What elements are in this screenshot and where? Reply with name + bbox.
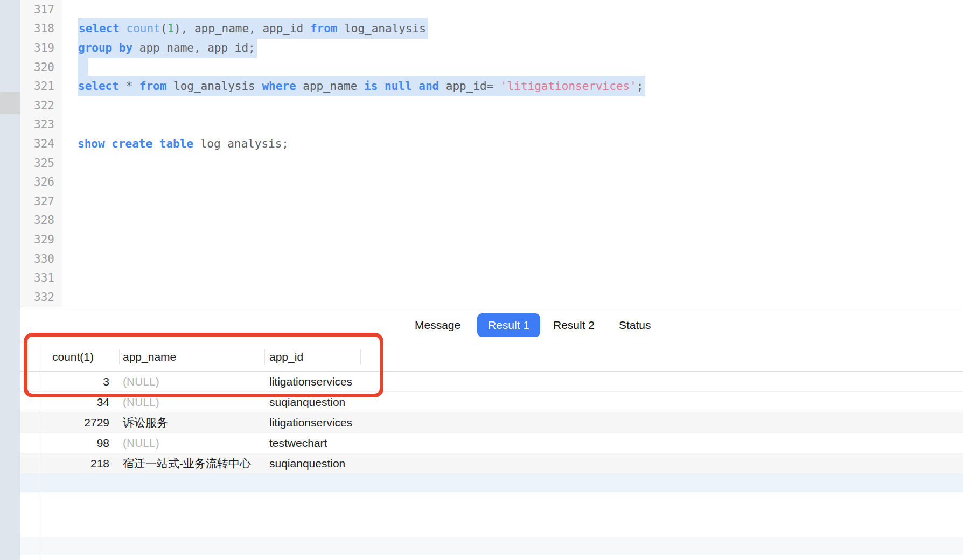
token-pl: log_analysis (166, 80, 262, 93)
scrollbar-thumb[interactable] (0, 92, 20, 114)
token-pl: log_analysis (338, 22, 426, 35)
table-row[interactable]: 3(NULL)litigationservices (20, 372, 963, 392)
token-fn: count (127, 22, 160, 35)
token-kw: group by (78, 41, 132, 54)
code-text (62, 249, 78, 269)
editor-line-319[interactable]: 319group by app_name, app_id; (20, 38, 963, 58)
token-pl: ( (160, 22, 168, 35)
tab-result-2[interactable]: Result 2 (553, 307, 595, 342)
editor-line-324[interactable]: 324show create table log_analysis; (20, 134, 963, 153)
code-text: show create table log_analysis; (62, 134, 289, 153)
line-number: 329 (20, 230, 62, 249)
line-number: 324 (20, 134, 62, 153)
editor-line-329[interactable]: 329 (20, 230, 963, 249)
token-pl: log_analysis; (193, 137, 289, 150)
line-number: 320 (20, 58, 62, 77)
tab-result-1-active[interactable]: Result 1 (477, 313, 540, 337)
line-number: 328 (20, 211, 62, 230)
editor-line-332[interactable]: 332 (20, 288, 963, 307)
cell-count: 98 (41, 433, 120, 453)
tab-message[interactable]: Message (415, 307, 460, 342)
token-pl (378, 80, 385, 93)
editor-line-322[interactable]: 322 (20, 96, 963, 115)
token-kw: null (385, 80, 412, 93)
editor-line-327[interactable]: 327 (20, 192, 963, 211)
token-kw: select (79, 22, 120, 35)
column-header-app-name[interactable]: app_name (120, 342, 265, 371)
line-number: 326 (20, 172, 62, 192)
cell-count: 34 (41, 392, 120, 412)
token-kw: show (78, 137, 105, 150)
code-text (62, 230, 78, 249)
results-panel: count(1)app_nameapp_id 3(NULL)litigation… (20, 342, 963, 560)
code-text: select * from log_analysis where app_nam… (62, 76, 645, 96)
table-row[interactable]: 98(NULL)testwechart (20, 433, 963, 453)
line-number: 318 (20, 19, 62, 39)
code-text (62, 268, 78, 288)
token-pl: app_id= (439, 80, 500, 93)
code-text: select count(1), app_name, app_id from l… (62, 19, 428, 39)
editor-line-321[interactable]: 321select * from log_analysis where app_… (20, 76, 963, 96)
column-resize-handle[interactable] (360, 349, 361, 365)
row-gutter-cell (20, 453, 41, 473)
selection-highlight (78, 58, 88, 76)
token-kw: table (159, 137, 193, 150)
code-text (62, 192, 78, 211)
cell-app_name: 宿迁一站式-业务流转中心 (120, 453, 265, 473)
line-number: 330 (20, 249, 62, 269)
editor-line-328[interactable]: 328 (20, 211, 963, 230)
line-number: 332 (20, 288, 62, 307)
line-number: 331 (20, 268, 62, 288)
results-tabbar: MessageResult 1Result 2Status (0, 307, 963, 342)
token-num: 1 (167, 22, 174, 35)
cell-app_id: suqianquestion (265, 453, 361, 473)
token-pl: ), app_name, app_id (174, 22, 310, 35)
cell-app_id: testwechart (265, 433, 361, 453)
sql-client-window: 317318select count(1), app_name, app_id … (0, 0, 963, 560)
sql-editor[interactable]: 317318select count(1), app_name, app_id … (20, 0, 963, 307)
selection-highlight: select * from log_analysis where app_nam… (78, 76, 645, 96)
editor-line-323[interactable]: 323 (20, 115, 963, 135)
table-row[interactable]: 34(NULL)suqianquestion (20, 392, 963, 412)
cell-app_name: 诉讼服务 (120, 412, 265, 432)
table-row[interactable]: 218宿迁一站式-业务流转中心suqianquestion (20, 453, 963, 474)
code-text (62, 58, 88, 77)
selection-highlight: select count(1), app_name, app_id from l… (78, 18, 428, 39)
cell-app_id: suqianquestion (265, 392, 361, 412)
column-header-count-1-[interactable]: count(1) (41, 342, 120, 371)
code-text (62, 153, 78, 173)
code-text (62, 211, 78, 230)
editor-line-326[interactable]: 326 (20, 172, 963, 192)
editor-line-330[interactable]: 330 (20, 249, 963, 269)
result-table-header: count(1)app_nameapp_id (20, 342, 963, 372)
token-pl (105, 137, 112, 150)
editor-line-317[interactable]: 317 (20, 0, 963, 19)
editor-line-320[interactable]: 320 (20, 58, 963, 77)
code-text (62, 288, 78, 307)
row-gutter-cell (20, 372, 41, 391)
line-number: 319 (20, 38, 62, 58)
bottom-scroll-stripe (20, 537, 963, 555)
column-header-app-id[interactable]: app_id (265, 342, 361, 371)
token-kw: create (111, 137, 152, 150)
token-pl (152, 137, 159, 150)
editor-line-331[interactable]: 331 (20, 268, 963, 288)
line-number: 327 (20, 192, 62, 211)
token-kw: select (78, 80, 119, 93)
token-kw: and (418, 80, 439, 93)
cell-app_name: (NULL) (120, 372, 265, 391)
cell-app_id: litigationservices (265, 412, 361, 432)
code-text (62, 115, 78, 135)
token-kw: is (364, 80, 378, 93)
cell-app_name: (NULL) (120, 433, 265, 453)
line-number: 325 (20, 153, 62, 173)
editor-line-318[interactable]: 318select count(1), app_name, app_id fro… (20, 19, 963, 39)
tab-status[interactable]: Status (619, 307, 651, 342)
code-text: group by app_name, app_id; (62, 38, 257, 58)
cell-count: 2729 (41, 412, 120, 432)
cell-count: 218 (41, 453, 120, 473)
token-str: 'litigationservices' (500, 80, 637, 93)
code-text (62, 172, 78, 192)
table-row[interactable]: 2729诉讼服务litigationservices (20, 412, 963, 433)
editor-line-325[interactable]: 325 (20, 153, 963, 173)
